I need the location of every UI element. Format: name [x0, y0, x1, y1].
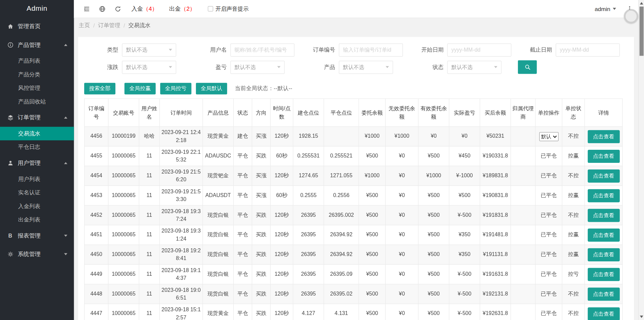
cell-agent — [511, 284, 535, 304]
vertical-scrollbar[interactable] — [638, 0, 644, 320]
sidebar-item-用户管理[interactable]: 用户管理 — [0, 154, 74, 172]
scroll-down-arrow[interactable] — [640, 316, 643, 318]
filter-input-订单编号[interactable] — [339, 43, 403, 56]
column-header-方向: 方向 — [252, 99, 270, 126]
sidebar-subitem-用户列表[interactable]: 用户列表 — [0, 172, 74, 186]
search-button[interactable] — [518, 60, 537, 74]
filter-select-类型[interactable]: 默认不选 — [122, 43, 176, 56]
action-button-全局控赢[interactable]: 全局控赢 — [124, 83, 156, 94]
sidebar-item-label: 产品管理 — [18, 41, 41, 49]
sidebar-item-报表管理[interactable]: B报表管理 — [0, 227, 74, 245]
filter-select-状态[interactable]: 默认不选 — [447, 61, 501, 74]
selected-value: 默认不选 — [126, 63, 148, 71]
sidebar-item-产品管理[interactable]: 产品管理 — [0, 36, 74, 54]
chevron-down-icon — [64, 253, 67, 255]
main-area: 入金（4） 出金（2） 开启声音提示 admin 主页/订单管理/交易流水 类型… — [74, 0, 644, 320]
column-header-单控操作: 单控操作 — [535, 99, 562, 126]
selected-value: 默认不选 — [234, 63, 256, 71]
cell-detail: 点击查看 — [585, 186, 623, 205]
cell-control-op: 已平仓 — [535, 146, 562, 166]
action-button-全局控亏[interactable]: 全局控亏 — [160, 83, 192, 94]
sound-alert-toggle[interactable]: 开启声音提示 — [208, 5, 249, 12]
sidebar-subitem-入金列表[interactable]: 入金列表 — [0, 199, 74, 213]
sidebar-subitem-风控管理[interactable]: 风控管理 — [0, 81, 74, 94]
table-row: 445510000065112023-09-19 22:15:32ADAUSDC… — [85, 146, 623, 166]
cell-account: 10000065 — [108, 225, 139, 245]
row-control-select[interactable]: 默认 — [539, 132, 558, 141]
detail-button[interactable]: 点击查看 — [588, 169, 620, 182]
filter-input-用户名[interactable] — [230, 43, 294, 56]
scrollbar-thumb[interactable] — [640, 7, 644, 56]
filter-select-涨跌[interactable]: 默认不选 — [122, 61, 176, 74]
sidebar-item-管理首页[interactable]: 管理首页 — [0, 17, 74, 36]
refresh-icon[interactable] — [110, 0, 126, 18]
detail-button[interactable]: 点击查看 — [588, 149, 620, 163]
control-text: 已平仓 — [541, 172, 557, 178]
globe-icon[interactable] — [95, 0, 110, 18]
floating-logo[interactable] — [624, 9, 638, 23]
sidebar-item-订单管理[interactable]: 订单管理 — [0, 108, 74, 127]
cell-user-name: 11 — [139, 245, 159, 264]
cell-direction: 买跌 — [252, 284, 270, 304]
filter-row-1: 类型默认不选用户名订单编号开始日期截止日期 — [84, 43, 628, 57]
cell-control-op: 已平仓 — [535, 205, 562, 225]
cell-user-name: 11 — [139, 264, 159, 284]
sidebar-item-系统管理[interactable]: 系统管理 — [0, 245, 74, 263]
deposit-link[interactable]: 入金（4） — [131, 5, 158, 12]
breadcrumb-item-主页[interactable]: 主页 — [79, 22, 90, 29]
filter-select-产品[interactable]: 默认不选 — [339, 61, 393, 74]
column-header-单控状态: 单控状态 — [562, 99, 585, 126]
cell-product: ADAUSDT — [203, 186, 233, 205]
cell-order-time: 2023-09-21 12:42:18 — [160, 127, 203, 146]
cell-open-point: 26395 — [293, 205, 324, 225]
detail-button[interactable]: 点击查看 — [588, 307, 620, 320]
user-menu[interactable]: admin — [595, 6, 616, 12]
filter-select-盈亏[interactable]: 默认不选 — [230, 61, 285, 74]
cell-invalid-entrust: ¥0 — [385, 205, 418, 225]
detail-button[interactable]: 点击查看 — [588, 287, 620, 301]
detail-button[interactable]: 点击查看 — [588, 130, 620, 143]
cell-status: 平仓 — [233, 225, 252, 245]
cell-after-balance: ¥191481.8 — [480, 225, 511, 245]
sidebar-subitem-出金列表[interactable]: 出金列表 — [0, 213, 74, 227]
sidebar-subitem-交易流水[interactable]: 交易流水 — [0, 127, 74, 140]
cell-account: 10000199 — [108, 127, 139, 146]
cell-order-id: 4455 — [85, 146, 108, 166]
collapse-sidebar-icon[interactable] — [79, 0, 95, 18]
sidebar-subitem-产品回收站[interactable]: 产品回收站 — [0, 95, 74, 108]
cell-status: 平仓 — [233, 284, 252, 304]
cell-control-state: 不控 — [562, 166, 585, 186]
cell-after-balance: ¥192631.8 — [480, 304, 511, 320]
cell-entrust-balance: ¥500 — [359, 264, 386, 284]
cell-actual-profit: ¥-1000 — [449, 166, 480, 186]
cell-detail: 点击查看 — [585, 166, 623, 186]
detail-button[interactable]: 点击查看 — [588, 268, 620, 281]
detail-button[interactable]: 点击查看 — [588, 228, 620, 241]
cell-open-point: 0.2555 — [293, 186, 324, 205]
filter-input-开始日期[interactable] — [447, 43, 511, 56]
cell-actual-profit: ¥350 — [449, 225, 480, 245]
scroll-up-arrow[interactable] — [640, 2, 643, 4]
cell-status: 平仓 — [233, 166, 252, 186]
cell-after-balance: ¥191131.8 — [480, 245, 511, 264]
cell-control-op: 已平仓 — [535, 166, 562, 186]
cell-agent — [511, 127, 535, 146]
sidebar-subitem-产品列表[interactable]: 产品列表 — [0, 54, 74, 68]
sidebar-subitem-实名认证[interactable]: 实名认证 — [0, 186, 74, 199]
action-button-搜索全部[interactable]: 搜索全部 — [84, 83, 115, 94]
users-icon — [7, 160, 14, 167]
action-button-全局默认[interactable]: 全局默认 — [196, 83, 227, 94]
sidebar-subitem-平仓日志[interactable]: 平仓日志 — [0, 140, 74, 154]
sidebar-item-label: 报表管理 — [18, 232, 41, 239]
topbar-left: 入金（4） 出金（2） 开启声音提示 — [74, 0, 249, 18]
sidebar-subitem-产品分类[interactable]: 产品分类 — [0, 68, 74, 81]
sound-checkbox[interactable] — [208, 6, 213, 11]
cell-entrust-balance: ¥500 — [359, 146, 386, 166]
cell-user-name: 11 — [139, 166, 159, 186]
withdraw-link[interactable]: 出金（2） — [169, 5, 195, 12]
detail-button[interactable]: 点击查看 — [588, 209, 620, 222]
detail-button[interactable]: 点击查看 — [588, 189, 620, 202]
breadcrumb-item-订单管理[interactable]: 订单管理 — [98, 22, 120, 29]
detail-button[interactable]: 点击查看 — [588, 248, 620, 261]
filter-input-截止日期[interactable] — [556, 43, 620, 56]
